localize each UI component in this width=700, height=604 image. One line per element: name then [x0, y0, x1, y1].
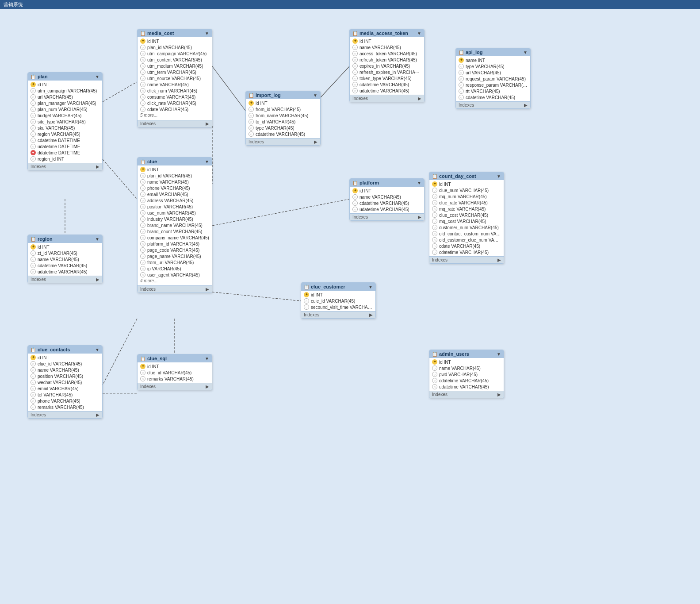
nullable-icon: ○	[432, 188, 437, 193]
field-row: ○old_customer_clue_num VARCHAR(45)	[429, 237, 504, 243]
table-footer-region[interactable]: Indexes▶	[28, 276, 102, 283]
table-footer-clue_customer[interactable]: Indexes▶	[301, 311, 375, 318]
table-footer-platform[interactable]: Indexes▶	[350, 213, 424, 220]
table-footer-count_day_cost[interactable]: Indexes▶	[429, 256, 504, 263]
more-fields[interactable]: 5 more...	[138, 112, 212, 119]
table-header-admin_users[interactable]: 📋admin_users▼	[429, 350, 504, 358]
field-row: ○name VARCHAR(45)	[28, 256, 102, 262]
table-footer-clue[interactable]: Indexes▶	[138, 285, 212, 292]
key-icon: ✦	[31, 355, 36, 360]
table-header-clue[interactable]: 📋clue▼	[138, 158, 212, 165]
table-platform: 📋platform▼✦id INT○name VARCHAR(45)○cdate…	[349, 178, 425, 221]
key-icon: ✦	[352, 38, 358, 44]
indexes-label: Indexes	[432, 258, 448, 262]
table-header-clue_contacts[interactable]: 📋clue_contacts▼	[28, 346, 102, 354]
field-row: ○utm_source VARCHAR(45)	[138, 75, 212, 81]
table-body-clue_sql: ✦id INT○clue_id VARCHAR(45)○remarks VARC…	[138, 362, 212, 383]
indexes-label: Indexes	[249, 139, 264, 144]
table-footer-plan[interactable]: Indexes▶	[28, 163, 102, 170]
field-text: udatetime VARCHAR(45)	[439, 385, 489, 389]
table-header-region[interactable]: 📋region▼	[28, 235, 102, 243]
table-header-platform[interactable]: 📋platform▼	[350, 179, 424, 187]
nullable-icon: ○	[31, 100, 36, 106]
table-header-api_log[interactable]: 📋api_log▼	[456, 48, 530, 56]
field-text: utm_term VARCHAR(45)	[147, 70, 196, 75]
nullable-icon: ○	[140, 69, 145, 75]
field-row: ○url VARCHAR(45)	[456, 69, 530, 76]
nullable-icon: ○	[140, 179, 145, 185]
field-row: ○request_param VARCHAR(45)	[456, 76, 530, 82]
more-fields[interactable]: 4 more...	[138, 278, 212, 285]
nullable-icon: ○	[140, 254, 145, 259]
field-text: ddatetime DATETIME	[38, 150, 80, 155]
field-row: ○position VARCHAR(45)	[138, 204, 212, 210]
field-text: cdatetime VARCHAR(45)	[256, 132, 305, 137]
table-header-clue_customer[interactable]: 📋clue_customer▼	[301, 283, 375, 291]
field-row: ○utm_medium VARCHAR(45)	[138, 63, 212, 69]
field-row: ✦id INT	[301, 292, 375, 298]
table-admin_users: 📋admin_users▼✦id INT○name VARCHAR(45)○pw…	[429, 350, 504, 398]
indexes-label: Indexes	[352, 96, 368, 101]
field-text: from_name VARCHAR(45)	[256, 113, 308, 118]
table-clue_customer: 📋clue_customer▼✦id INT○cule_id VARCHAR(4…	[301, 282, 376, 319]
key-icon: ✦	[304, 292, 309, 297]
table-footer-clue_sql[interactable]: Indexes▶	[138, 383, 212, 390]
nullable-icon: ○	[432, 206, 437, 212]
field-text: industry VARCHAR(45)	[147, 217, 193, 222]
nullable-icon: ○	[140, 229, 145, 234]
nullable-icon: ○	[140, 45, 145, 50]
key-icon: ✦	[459, 58, 464, 63]
table-footer-media_cost[interactable]: Indexes▶	[138, 120, 212, 127]
canvas: 📋media_cost▼✦id INT○plan_id VARCHAR(45)○…	[0, 9, 700, 604]
table-header-plan[interactable]: 📋plan▼	[28, 73, 102, 81]
field-text: user_agent VARCHAR(45)	[147, 273, 200, 277]
table-footer-media_access_token[interactable]: Indexes▶	[350, 95, 424, 102]
nullable-icon: ○	[140, 198, 145, 203]
field-row: ○cdatetime VARCHAR(45)	[246, 131, 320, 137]
table-header-media_cost[interactable]: 📋media_cost▼	[138, 29, 212, 37]
table-header-media_access_token[interactable]: 📋media_access_token▼	[350, 29, 424, 37]
nullable-icon: ○	[459, 76, 464, 81]
nullable-icon: ○	[249, 119, 254, 124]
field-text: id INT	[38, 245, 50, 250]
field-row: ○mq_rate VARCHAR(45)	[429, 206, 504, 212]
table-header-count_day_cost[interactable]: 📋count_day_cost▼	[429, 172, 504, 180]
nullable-icon: ○	[352, 76, 358, 81]
table-footer-clue_contacts[interactable]: Indexes▶	[28, 411, 102, 418]
nullable-icon: ○	[304, 304, 309, 310]
field-text: cdate VARCHAR(45)	[439, 244, 480, 249]
field-text: email VARCHAR(45)	[38, 386, 79, 391]
nullable-icon: ○	[140, 107, 145, 112]
table-footer-import_log[interactable]: Indexes▶	[246, 138, 320, 145]
table-footer-admin_users[interactable]: Indexes▶	[429, 391, 504, 398]
field-row: ○token_type VARCHAR(45)	[350, 75, 424, 81]
nullable-icon: ○	[352, 88, 358, 93]
field-row: ○plan_num VARCHAR(45)	[28, 106, 102, 112]
field-row: ○udatetime VARCHAR(45)	[429, 384, 504, 390]
field-row: ○email VARCHAR(45)	[28, 385, 102, 392]
table-header-clue_sql[interactable]: 📋clue_sql▼	[138, 354, 212, 362]
field-text: click_num VARCHAR(45)	[147, 88, 197, 93]
indexes-label: Indexes	[31, 277, 46, 282]
field-text: utm_source VARCHAR(45)	[147, 76, 201, 81]
footer-arrow: ▶	[524, 103, 528, 108]
field-text: region VARCHAR(45)	[38, 132, 80, 137]
field-text: use_num VARCHAR(45)	[147, 211, 196, 215]
field-row: ○clue_rate VARCHAR(45)	[429, 200, 504, 206]
table-header-import_log[interactable]: 📋import_log▼	[246, 91, 320, 99]
field-text: to_id VARCHAR(45)	[256, 119, 295, 124]
field-text: access_token VARCHAR(45)	[360, 51, 417, 56]
table-media_cost: 📋media_cost▼✦id INT○plan_id VARCHAR(45)○…	[137, 29, 212, 127]
table-footer-api_log[interactable]: Indexes▶	[456, 101, 530, 108]
field-text: id INT	[256, 101, 268, 106]
nullable-icon: ○	[31, 386, 36, 391]
field-text: old_customer_clue_num VARCHAR(45)	[439, 238, 501, 242]
field-text: cdate VARCHAR(45)	[147, 107, 188, 112]
nullable-icon: ○	[140, 63, 145, 69]
field-row: ○pwd VARCHAR(45)	[429, 371, 504, 377]
field-text: tel VARCHAR(45)	[38, 392, 73, 397]
field-row: ○cdatetime VARCHAR(45)	[28, 262, 102, 269]
field-row: ○old_contact_custom_num VARCHAR(45)	[429, 231, 504, 237]
nullable-icon: ○	[432, 194, 437, 199]
field-row: ○udatetime VARCHAR(45)	[28, 269, 102, 275]
